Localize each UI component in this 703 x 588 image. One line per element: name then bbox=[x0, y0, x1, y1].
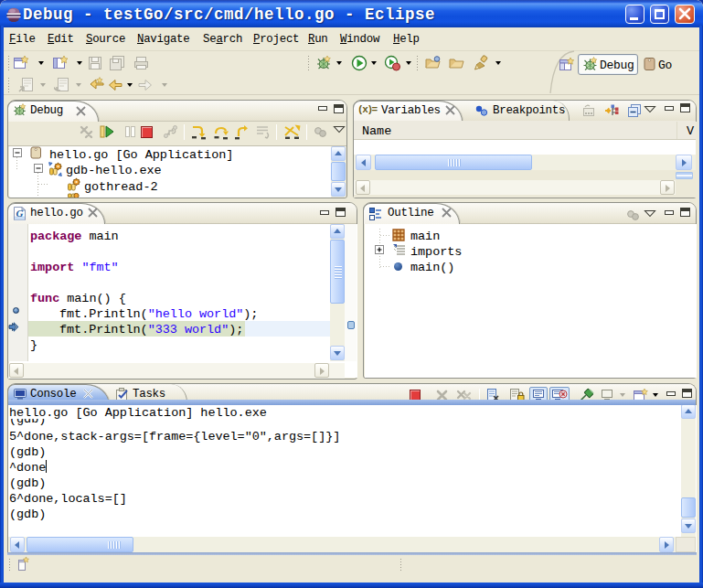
svg-text:G: G bbox=[16, 208, 24, 219]
